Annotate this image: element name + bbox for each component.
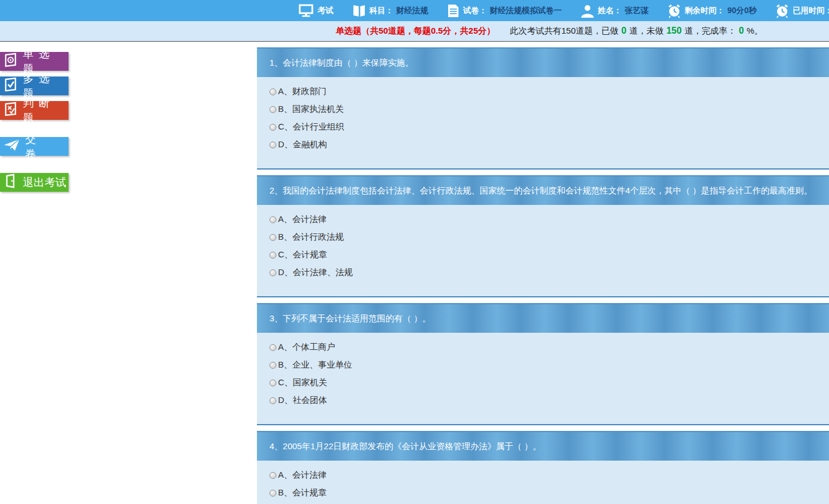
- sidebar-item-true-false[interactable]: 判断题: [0, 101, 69, 120]
- option-radio[interactable]: [269, 234, 276, 241]
- option-radio[interactable]: [269, 216, 276, 223]
- option-radio[interactable]: [269, 88, 276, 95]
- sidebar-item-label: 判断题: [23, 96, 69, 126]
- book-icon: [352, 3, 367, 18]
- remaining-label: 剩余时间：: [685, 6, 725, 16]
- option-label: A、会计法律: [278, 214, 327, 225]
- option-label: B、会计规章: [278, 487, 327, 498]
- option-label: C、会计规章: [278, 249, 327, 260]
- answer-option[interactable]: B、会计规章: [269, 484, 816, 502]
- paper-value: 财经法规模拟试卷一: [490, 6, 562, 16]
- exit-label: 退出考试: [23, 175, 66, 190]
- submit-label: 交卷: [25, 132, 69, 162]
- question-list: 1、会计法律制度由（ ）来保障实施。 A、财政部门 B、国家执法机关 C、会计行…: [257, 47, 829, 504]
- paper-label: 试卷：: [463, 6, 487, 16]
- stats-prefix: 此次考试共有150道题，已做: [510, 26, 618, 35]
- option-label: B、国家执法机关: [278, 104, 344, 115]
- name-label: 姓名：: [598, 6, 622, 16]
- answer-option[interactable]: C、会计规章: [269, 246, 816, 264]
- sidebar-item-multi-choice[interactable]: 多选题: [0, 76, 69, 95]
- option-radio[interactable]: [269, 344, 276, 351]
- user-icon: [580, 3, 595, 18]
- option-label: D、会计法律、法规: [278, 267, 353, 278]
- option-radio[interactable]: [269, 124, 276, 131]
- option-label: B、企业、事业单位: [278, 360, 352, 370]
- document-icon: [446, 3, 460, 18]
- option-radio[interactable]: [269, 362, 276, 369]
- option-label: A、会计法律: [278, 470, 327, 481]
- exit-door-icon: [3, 174, 18, 191]
- sidebar-item-single-choice[interactable]: 单选题: [0, 52, 69, 71]
- option-radio[interactable]: [269, 142, 276, 148]
- stats-suffix: %。: [747, 26, 763, 35]
- option-label: C、会计行业组织: [278, 122, 344, 132]
- stats-mid1: 道，未做: [629, 26, 663, 35]
- judge-flag-icon: [3, 102, 18, 119]
- elapsed-time-indicator: 已用时间： 0分1秒: [775, 3, 829, 18]
- name-indicator: 姓名： 张艺谋: [580, 3, 649, 18]
- exit-exam-button[interactable]: 退出考试: [0, 173, 69, 192]
- question-title: 1、会计法律制度由（ ）来保障实施。: [257, 47, 829, 77]
- answer-option[interactable]: D、金融机构: [269, 136, 816, 154]
- answer-option[interactable]: B、会计行政法规: [269, 228, 816, 246]
- topbar: 考试 科目： 财经法规 试卷： 财经法规模拟试卷一: [0, 0, 829, 21]
- subject-label: 科目：: [369, 6, 393, 16]
- option-radio[interactable]: [269, 380, 276, 386]
- option-label: A、个体工商户: [278, 342, 335, 353]
- answer-option[interactable]: A、财政部门: [269, 83, 816, 100]
- exam-indicator: 考试: [299, 3, 333, 18]
- answer-option[interactable]: A、个体工商户: [269, 338, 816, 356]
- option-radio[interactable]: [269, 472, 276, 479]
- answer-option[interactable]: B、国家执法机关: [269, 100, 816, 118]
- option-label: A、财政部门: [278, 86, 327, 97]
- question-block: 4、2005年1月22日财政部发布的《会计从业资格管理办法》属于（ ）。 A、会…: [257, 431, 829, 504]
- exam-label: 考试: [317, 6, 333, 16]
- answer-option[interactable]: B、企业、事业单位: [269, 356, 816, 374]
- answer-option[interactable]: A、会计法律: [269, 466, 816, 484]
- stats-mid2: 道，完成率：: [685, 26, 736, 35]
- subject-value: 财经法规: [396, 6, 428, 16]
- sidebar: 单选题 多选题 判断题 交卷: [0, 52, 69, 197]
- remaining-value: 90分0秒: [727, 6, 756, 16]
- answer-option[interactable]: D、会计法律、法规: [269, 264, 816, 281]
- question-block: 1、会计法律制度由（ ）来保障实施。 A、财政部门 B、国家执法机关 C、会计行…: [257, 47, 829, 170]
- answer-option[interactable]: D、社会团体: [269, 392, 816, 409]
- question-title: 2、我国的会计法律制度包括会计法律、会计行政法规、国家统一的会计制度和会计规范性…: [257, 175, 829, 205]
- option-radio[interactable]: [269, 252, 276, 259]
- question-title: 3、下列不属于会计法适用范围的有（ ）。: [257, 303, 829, 333]
- done-count: 0: [621, 26, 626, 35]
- option-radio[interactable]: [269, 106, 276, 113]
- option-label: C、国家机关: [278, 377, 327, 388]
- exam-summary-bar: 单选题（共50道题，每题0.5分，共25分） 此次考试共有150道题，已做0道，…: [0, 21, 829, 42]
- question-options: A、会计法律 B、会计规章: [257, 461, 829, 504]
- alarm-clock-icon: [667, 3, 682, 18]
- submit-paper-button[interactable]: 交卷: [0, 137, 69, 156]
- elapsed-label: 已用时间：: [792, 6, 829, 16]
- check-flag-icon: [3, 77, 18, 95]
- question-title: 4、2005年1月22日财政部发布的《会计从业资格管理办法》属于（ ）。: [257, 431, 829, 461]
- remaining-time-indicator: 剩余时间： 90分0秒: [667, 3, 756, 18]
- undone-count: 150: [666, 26, 682, 35]
- option-label: D、金融机构: [278, 139, 327, 150]
- option-radio[interactable]: [269, 269, 276, 276]
- radio-flag-icon: [3, 53, 18, 70]
- question-options: A、会计法律 B、会计行政法规 C、会计规章 D、会计法律、法规: [257, 205, 829, 297]
- answer-option[interactable]: A、会计法律: [269, 211, 816, 228]
- option-radio[interactable]: [269, 397, 276, 404]
- question-block: 3、下列不属于会计法适用范围的有（ ）。 A、个体工商户 B、企业、事业单位 C…: [257, 303, 829, 425]
- monitor-icon: [299, 3, 315, 18]
- paper-indicator: 试卷： 财经法规模拟试卷一: [446, 3, 562, 18]
- question-block: 2、我国的会计法律制度包括会计法律、会计行政法规、国家统一的会计制度和会计规范性…: [257, 175, 829, 297]
- answer-option[interactable]: C、国家机关: [269, 374, 816, 392]
- alarm-clock-icon: [775, 3, 790, 18]
- question-options: A、财政部门 B、国家执法机关 C、会计行业组织 D、金融机构: [257, 77, 829, 170]
- option-radio[interactable]: [269, 490, 276, 497]
- option-label: B、会计行政法规: [278, 232, 344, 243]
- exam-stats: 此次考试共有150道题，已做0道，未做150道，完成率：0%。: [510, 26, 763, 37]
- answer-option[interactable]: C、会计行业组织: [269, 118, 816, 136]
- completion-rate: 0: [739, 26, 744, 35]
- paper-plane-icon: [3, 138, 21, 155]
- section-info: 单选题（共50道题，每题0.5分，共25分）: [336, 26, 495, 37]
- name-value: 张艺谋: [625, 6, 649, 16]
- option-label: D、社会团体: [278, 395, 327, 406]
